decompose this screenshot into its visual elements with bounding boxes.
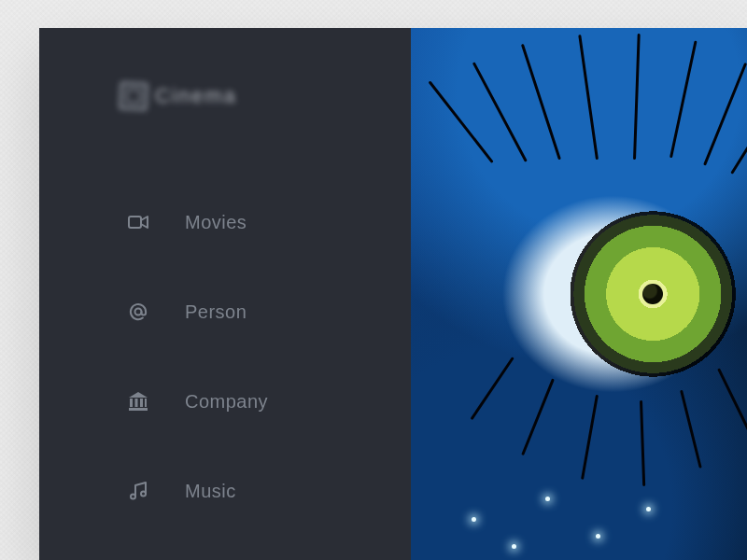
sidebar-item-label: Person bbox=[185, 301, 247, 323]
sidebar-item-label: Company bbox=[185, 391, 268, 413]
svg-rect-0 bbox=[129, 217, 141, 228]
sidebar-item-label: Movies bbox=[185, 212, 247, 233]
sidebar-item-company[interactable]: Company bbox=[39, 357, 411, 446]
sidebar-item-person[interactable]: Person bbox=[39, 267, 411, 357]
brand-name: Cinema bbox=[155, 84, 237, 108]
desktop-background: Cinema Movies bbox=[0, 0, 747, 560]
sidebar: Cinema Movies bbox=[39, 28, 411, 560]
svg-rect-3 bbox=[135, 399, 138, 407]
svg-rect-4 bbox=[140, 399, 143, 407]
svg-point-1 bbox=[135, 309, 142, 315]
hero-eye-artwork bbox=[411, 28, 747, 560]
svg-point-7 bbox=[131, 495, 135, 499]
light-spark bbox=[646, 507, 651, 511]
svg-rect-5 bbox=[145, 399, 147, 407]
light-spark bbox=[596, 534, 600, 539]
logo-mark-icon bbox=[119, 81, 148, 111]
light-spark bbox=[512, 544, 516, 549]
at-sign-icon bbox=[127, 301, 149, 323]
main-hero-image bbox=[411, 28, 747, 560]
sidebar-item-movies[interactable]: Movies bbox=[39, 177, 411, 267]
brand-logo[interactable]: Cinema bbox=[39, 28, 411, 168]
sidebar-item-music[interactable]: Music bbox=[39, 446, 411, 536]
sidebar-nav: Movies Person bbox=[39, 168, 411, 536]
svg-point-8 bbox=[141, 492, 146, 497]
video-camera-icon bbox=[127, 211, 149, 233]
sidebar-item-label: Music bbox=[185, 481, 236, 502]
svg-rect-6 bbox=[129, 408, 148, 411]
app-window: Cinema Movies bbox=[39, 28, 747, 560]
music-note-icon bbox=[127, 480, 149, 502]
light-spark bbox=[545, 497, 550, 501]
svg-rect-2 bbox=[130, 399, 133, 407]
bank-icon bbox=[127, 390, 149, 413]
